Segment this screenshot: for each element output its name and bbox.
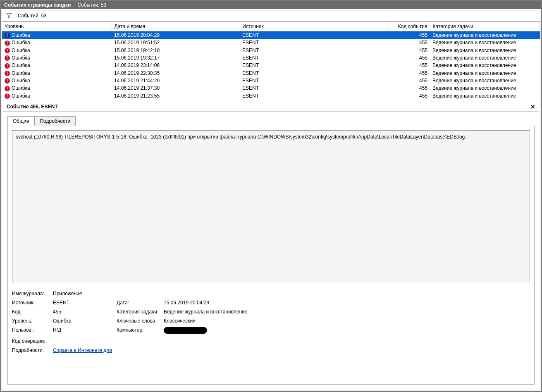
- cell-level: !Ошибка: [2, 39, 112, 46]
- event-description[interactable]: svchost (10780,R,98) TILEREPOSITORYS-1-5…: [12, 130, 530, 283]
- detail-tabs: Общие Подробности: [3, 112, 539, 126]
- meta-user-label: Пользов.:: [12, 327, 51, 335]
- event-table-scroll[interactable]: Уровень Дата и время Источник Код событи…: [2, 22, 540, 101]
- table-row[interactable]: !Ошибка15.06.2019 19:42:10ESENT455Ведени…: [2, 47, 540, 54]
- cell-task: Ведение журнала и восстановление: [430, 39, 540, 46]
- meta-keywords-label: Ключевые слова:: [117, 318, 162, 324]
- window-title: События страницы сводки: [4, 2, 71, 8]
- cell-source: ESENT: [240, 84, 389, 92]
- meta-date-value: 15.06.2019 20:04:29: [164, 300, 329, 306]
- cell-event-id: 455: [389, 69, 430, 77]
- tab-general-body: svchost (10780,R,98) TILEREPOSITORYS-1-5…: [7, 126, 535, 385]
- cell-source: ESENT: [240, 92, 389, 100]
- col-level[interactable]: Уровень: [2, 22, 112, 31]
- table-header-row: Уровень Дата и время Источник Код событи…: [2, 22, 540, 31]
- cell-level-text: Ошибка: [12, 48, 30, 53]
- cell-event-id: 455: [389, 31, 430, 39]
- meta-logname-label: Имя журнала:: [12, 291, 51, 296]
- cell-event-id: 455: [389, 84, 430, 92]
- table-row[interactable]: !Ошибка14.06.2019 21:23:55ESENT455Ведени…: [2, 92, 540, 100]
- cell-event-id: 455: [389, 77, 430, 84]
- cell-datetime: 14.06.2019 23:14:06: [112, 62, 240, 69]
- table-row[interactable]: !Ошибка14.06.2019 21:37:30ESENT455Ведени…: [2, 84, 540, 92]
- cell-task: Ведение журнала и восстановление: [430, 69, 540, 77]
- meta-opcode-label: Код операции:: [12, 338, 51, 344]
- detail-title: Событие 455, ESENT: [7, 104, 58, 110]
- meta-logname-value: Приложение: [53, 291, 329, 296]
- cell-task: Ведение журнала и восстановление: [430, 54, 540, 62]
- meta-moreinfo-label: Подробности:: [12, 347, 51, 353]
- close-icon[interactable]: ✕: [530, 103, 535, 110]
- cell-task: Ведение журнала и восстановление: [430, 62, 540, 69]
- cell-event-id: 455: [389, 92, 430, 100]
- redacted-computer-name: [164, 327, 207, 334]
- meta-level-value: Ошибка: [53, 318, 115, 324]
- table-row[interactable]: !Ошибка15.06.2019 19:51:52ESENT455Ведени…: [2, 39, 540, 46]
- cell-datetime: 14.06.2019 22:30:35: [112, 69, 240, 77]
- meta-id-value: 455: [53, 309, 115, 315]
- cell-datetime: 15.06.2019 20:04:29: [112, 31, 240, 39]
- cell-source: ESENT: [240, 31, 389, 39]
- cell-event-id: 455: [389, 47, 430, 54]
- table-row[interactable]: !Ошибка15.06.2019 19:32:17ESENT455Ведени…: [2, 54, 540, 62]
- error-icon: !: [5, 48, 10, 53]
- error-icon: !: [5, 71, 10, 76]
- cell-task: Ведение журнала и восстановление: [430, 92, 540, 100]
- online-help-link[interactable]: Справка в Интернете для: [53, 347, 112, 353]
- meta-date-label: Дата:: [117, 300, 162, 306]
- meta-keywords-value: Классический: [164, 318, 329, 324]
- tab-general[interactable]: Общие: [7, 116, 34, 126]
- meta-task-value: Ведение журнала и восстановление: [164, 309, 329, 315]
- event-table: Уровень Дата и время Источник Код событи…: [2, 22, 540, 100]
- window-event-count: Событий: 53: [77, 2, 106, 8]
- table-row[interactable]: !Ошибка14.06.2019 21:44:20ESENT455Ведени…: [2, 77, 540, 84]
- cell-level-text: Ошибка: [12, 93, 30, 99]
- tab-details[interactable]: Подробности: [34, 116, 76, 126]
- cell-event-id: 455: [389, 39, 430, 46]
- cell-level-text: Ошибка: [12, 32, 30, 38]
- cell-datetime: 15.06.2019 19:42:10: [112, 47, 240, 54]
- meta-task-label: Категория задачи:: [117, 309, 162, 315]
- table-row[interactable]: !Ошибка14.06.2019 22:30:35ESENT455Ведени…: [2, 69, 540, 77]
- error-icon: !: [5, 63, 10, 69]
- cell-level: !Ошибка: [2, 31, 112, 39]
- meta-source-value: ESENT: [53, 300, 115, 306]
- table-row[interactable]: !Ошибка15.06.2019 20:04:29ESENT455Ведени…: [2, 31, 540, 39]
- titlebar: События страницы сводки Событий: 53: [1, 1, 541, 9]
- cell-level-text: Ошибка: [12, 55, 30, 61]
- cell-datetime: 15.06.2019 19:32:17: [112, 54, 240, 62]
- meta-moreinfo-value: Справка в Интернете для: [53, 347, 329, 353]
- event-viewer-window: События страницы сводки Событий: 53 Собы…: [0, 0, 542, 392]
- cell-level: !Ошибка: [2, 92, 112, 100]
- cell-level: !Ошибка: [2, 62, 112, 69]
- meta-computer-value: [164, 327, 329, 335]
- cell-source: ESENT: [240, 39, 389, 46]
- cell-task: Ведение журнала и восстановление: [430, 47, 540, 54]
- error-icon: !: [5, 41, 10, 46]
- cell-source: ESENT: [240, 77, 389, 84]
- table-row[interactable]: !Ошибка14.06.2019 23:14:06ESENT455Ведени…: [2, 62, 540, 69]
- error-icon: !: [5, 78, 10, 84]
- meta-computer-label: Компьютер:: [117, 327, 162, 335]
- event-metadata: Имя журнала: Приложение Источник: ESENT …: [12, 291, 530, 353]
- detail-header: Событие 455, ESENT ✕: [3, 102, 539, 112]
- cell-level-text: Ошибка: [12, 62, 30, 68]
- error-icon: !: [5, 86, 10, 91]
- col-event-id[interactable]: Код события: [389, 22, 430, 31]
- cell-level: !Ошибка: [2, 77, 112, 84]
- col-source[interactable]: Источник: [240, 22, 389, 31]
- detail-panel: Событие 455, ESENT ✕ Общие Подробности s…: [3, 102, 539, 389]
- cell-level-text: Ошибка: [12, 40, 30, 45]
- filter-icon[interactable]: [6, 13, 12, 19]
- cell-level-text: Ошибка: [12, 78, 30, 84]
- col-task[interactable]: Категория задачи: [430, 22, 540, 31]
- meta-user-value: Н/Д: [53, 327, 115, 335]
- error-icon: !: [5, 33, 10, 38]
- cell-level: !Ошибка: [2, 54, 112, 62]
- meta-level-label: Уровень:: [12, 318, 51, 324]
- cell-datetime: 15.06.2019 19:51:52: [112, 39, 240, 46]
- cell-datetime: 14.06.2019 21:37:30: [112, 84, 240, 92]
- meta-opcode-value: [53, 338, 329, 344]
- col-datetime[interactable]: Дата и время: [112, 22, 240, 31]
- meta-source-label: Источник:: [12, 300, 51, 306]
